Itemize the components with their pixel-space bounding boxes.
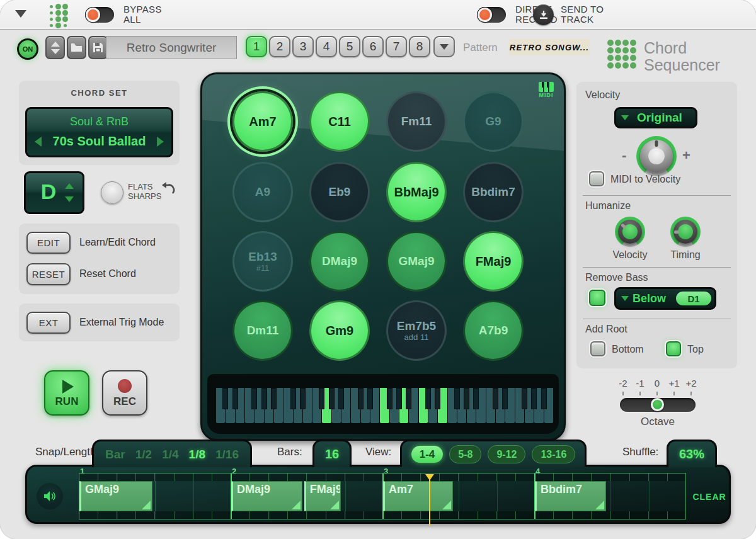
pattern-button-2[interactable]: 2 bbox=[269, 36, 290, 57]
view-option-9-12[interactable]: 9-12 bbox=[488, 445, 525, 463]
chord-pad-Eb13[interactable]: Eb13#11 bbox=[232, 231, 293, 292]
snap-option-1-16[interactable]: 1/16 bbox=[215, 448, 239, 462]
add-root-bottom-checkbox[interactable] bbox=[590, 341, 605, 356]
view-option-1-4[interactable]: 1-4 bbox=[411, 446, 444, 463]
chord-pad-BbMaj9[interactable]: BbMaj9 bbox=[386, 162, 447, 222]
black-key-8[interactable] bbox=[300, 388, 306, 409]
velocity-mode-dropdown[interactable]: Original bbox=[614, 107, 697, 128]
pattern-button-5[interactable]: 5 bbox=[339, 36, 360, 57]
black-key-31[interactable] bbox=[522, 388, 527, 409]
add-root-top-checkbox[interactable] bbox=[666, 341, 681, 356]
chord-block-Am7[interactable]: Am7 bbox=[383, 481, 453, 511]
chord-pad-C11[interactable]: C11 bbox=[309, 91, 370, 152]
audition-button[interactable] bbox=[37, 483, 63, 509]
chord-block-DMaj9[interactable]: DMaj9 bbox=[231, 481, 302, 511]
black-key-4[interactable] bbox=[261, 388, 267, 409]
chord-pad-A9[interactable]: A9 bbox=[232, 162, 293, 222]
humanize-velocity-knob[interactable] bbox=[615, 217, 645, 247]
chord-pad-Eb9[interactable]: Eb9 bbox=[309, 162, 370, 222]
save-preset-button[interactable] bbox=[88, 36, 108, 59]
view-option-5-8[interactable]: 5-8 bbox=[449, 445, 481, 463]
chord-set-display[interactable]: Soul & RnB 70s Soul Ballad bbox=[25, 107, 173, 157]
black-key-26[interactable] bbox=[473, 388, 479, 409]
pattern-button-1[interactable]: 1 bbox=[246, 36, 267, 57]
pattern-name-tag[interactable]: RETRO SONGW... bbox=[509, 39, 590, 55]
reset-button[interactable]: RESET bbox=[26, 263, 71, 285]
clear-button[interactable]: CLEAR bbox=[686, 492, 733, 502]
playhead[interactable] bbox=[429, 475, 430, 526]
black-key-14[interactable] bbox=[358, 388, 364, 409]
key-down-arrow[interactable] bbox=[65, 196, 74, 202]
chord-pad-FMaj9[interactable]: FMaj9 bbox=[463, 231, 524, 292]
black-key-15[interactable] bbox=[367, 388, 373, 409]
bypass-all-toggle[interactable] bbox=[85, 7, 114, 23]
run-button[interactable]: RUN bbox=[44, 370, 89, 416]
snap-option-1-2[interactable]: 1/2 bbox=[135, 448, 152, 462]
black-key-24[interactable] bbox=[454, 388, 460, 409]
snap-option-1-4[interactable]: 1/4 bbox=[162, 448, 178, 462]
midi-to-velocity-checkbox[interactable] bbox=[589, 171, 604, 186]
piano-keyboard[interactable] bbox=[216, 388, 554, 423]
next-chord-set-arrow[interactable] bbox=[157, 137, 164, 147]
view-option-13-16[interactable]: 13-16 bbox=[532, 445, 575, 463]
edit-button[interactable]: EDIT bbox=[26, 232, 71, 254]
snap-option-1-8[interactable]: 1/8 bbox=[189, 448, 205, 462]
timeline-grid[interactable]: GMaj9DMaj9FMaj9Am7Bbdim7 bbox=[79, 473, 686, 519]
humanize-timing-knob[interactable] bbox=[670, 217, 701, 247]
black-key-32[interactable] bbox=[531, 388, 537, 409]
black-key-12[interactable] bbox=[338, 388, 344, 409]
pattern-button-7[interactable]: 7 bbox=[386, 36, 407, 57]
flats-sharps-reset-icon[interactable] bbox=[159, 181, 175, 199]
pattern-button-8[interactable]: 8 bbox=[409, 36, 430, 57]
chord-pad-A7b9[interactable]: A7b9 bbox=[463, 300, 524, 361]
pattern-dropdown-button[interactable] bbox=[433, 36, 455, 57]
ext-button[interactable]: EXT bbox=[26, 312, 71, 334]
pattern-button-3[interactable]: 3 bbox=[292, 36, 314, 57]
black-key-7[interactable] bbox=[290, 388, 296, 409]
key-selector-display[interactable]: D bbox=[24, 171, 84, 214]
snap-option-Bar[interactable]: Bar bbox=[105, 448, 125, 462]
remove-bass-checkbox[interactable] bbox=[589, 290, 605, 306]
chord-pad-DMaj9[interactable]: DMaj9 bbox=[309, 231, 370, 292]
prev-chord-set-arrow[interactable] bbox=[35, 137, 42, 147]
chord-pad-GMaj9[interactable]: GMaj9 bbox=[386, 231, 447, 292]
flats-sharps-button[interactable] bbox=[101, 181, 123, 204]
collapse-caret-icon[interactable] bbox=[15, 10, 26, 18]
black-key-11[interactable] bbox=[329, 388, 335, 409]
chord-pad-G9[interactable]: G9 bbox=[463, 91, 524, 152]
send-to-track-button[interactable] bbox=[533, 4, 554, 25]
black-key-22[interactable] bbox=[435, 388, 440, 409]
preset-name-field[interactable]: Retro Songwriter bbox=[106, 36, 237, 59]
chord-block-FMaj9[interactable]: FMaj9 bbox=[304, 481, 341, 511]
velocity-knob[interactable] bbox=[636, 136, 677, 176]
chord-block-Bbdim7[interactable]: Bbdim7 bbox=[535, 481, 606, 511]
black-key-10[interactable] bbox=[319, 388, 324, 409]
black-key-17[interactable] bbox=[387, 388, 392, 409]
black-key-1[interactable] bbox=[232, 388, 238, 409]
octave-slider-knob[interactable] bbox=[651, 398, 664, 411]
chord-pad-Bbdim7[interactable]: Bbdim7 bbox=[463, 162, 524, 222]
key-up-arrow[interactable] bbox=[65, 183, 74, 189]
shuffle-tab[interactable]: 63% bbox=[667, 440, 717, 467]
black-key-33[interactable] bbox=[541, 388, 547, 409]
preset-spinner-button[interactable] bbox=[45, 36, 65, 59]
bars-tab[interactable]: 16 bbox=[312, 440, 352, 467]
black-key-3[interactable] bbox=[251, 388, 257, 409]
black-key-0[interactable] bbox=[222, 388, 228, 409]
remove-bass-dropdown[interactable]: Below D1 bbox=[614, 287, 716, 310]
chord-block-GMaj9[interactable]: GMaj9 bbox=[79, 481, 152, 511]
black-key-5[interactable] bbox=[271, 388, 277, 409]
rec-button[interactable]: REC bbox=[102, 370, 147, 416]
chord-pad-Am7[interactable]: Am7 bbox=[232, 91, 293, 152]
chord-pad-Gm9[interactable]: Gm9 bbox=[309, 300, 370, 361]
black-key-18[interactable] bbox=[396, 388, 402, 409]
black-key-19[interactable] bbox=[406, 388, 411, 409]
pattern-button-4[interactable]: 4 bbox=[316, 36, 337, 57]
open-preset-button[interactable] bbox=[67, 36, 86, 59]
power-on-button[interactable]: ON bbox=[17, 38, 38, 60]
chord-pad-Dm11[interactable]: Dm11 bbox=[232, 300, 293, 361]
chord-pad-Em7b5[interactable]: Em7b5add 11 bbox=[386, 300, 447, 361]
black-key-25[interactable] bbox=[464, 388, 469, 409]
remove-bass-note-pill[interactable]: D1 bbox=[676, 292, 711, 305]
chord-pad-Fm11[interactable]: Fm11 bbox=[386, 91, 447, 152]
